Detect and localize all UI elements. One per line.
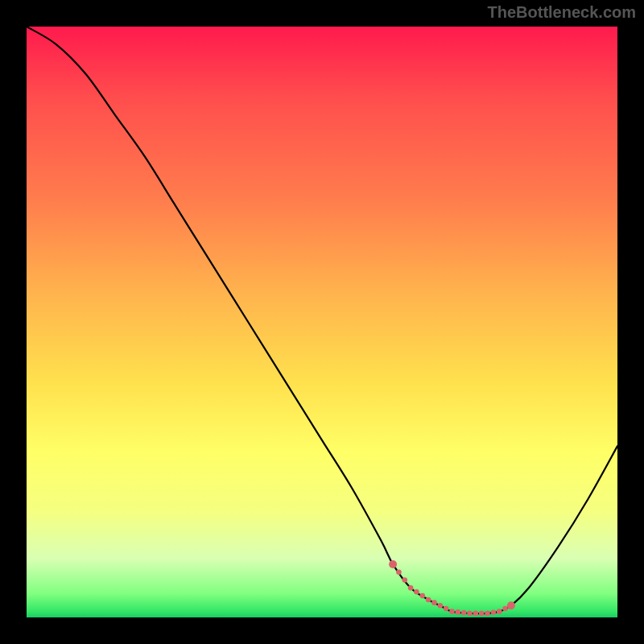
flat-dot <box>461 610 467 616</box>
flat-dot <box>507 601 515 609</box>
curve-svg <box>27 27 617 617</box>
bottleneck-curve-line <box>27 27 617 613</box>
flat-dot <box>419 593 425 599</box>
flat-dot <box>456 609 461 615</box>
flat-dot <box>502 606 508 612</box>
flat-dot <box>389 560 397 568</box>
flat-dot <box>479 611 485 617</box>
plot-area <box>27 27 617 617</box>
flat-dot <box>473 611 479 617</box>
flat-dot <box>497 609 502 614</box>
flat-dot <box>408 585 414 591</box>
flat-dot <box>414 589 419 595</box>
flat-dot <box>485 611 490 617</box>
flat-dot <box>467 611 473 617</box>
flat-dot <box>402 577 407 583</box>
flat-region-dots <box>389 560 515 616</box>
flat-dot <box>449 609 455 614</box>
flat-dot <box>444 606 449 612</box>
flat-dot <box>426 597 431 603</box>
flat-dot <box>438 603 444 609</box>
flat-dot <box>396 569 402 575</box>
flat-dot <box>431 600 437 605</box>
chart-frame: TheBottleneck.com <box>0 0 644 644</box>
flat-dot <box>491 609 497 615</box>
watermark-text: TheBottleneck.com <box>488 3 636 22</box>
